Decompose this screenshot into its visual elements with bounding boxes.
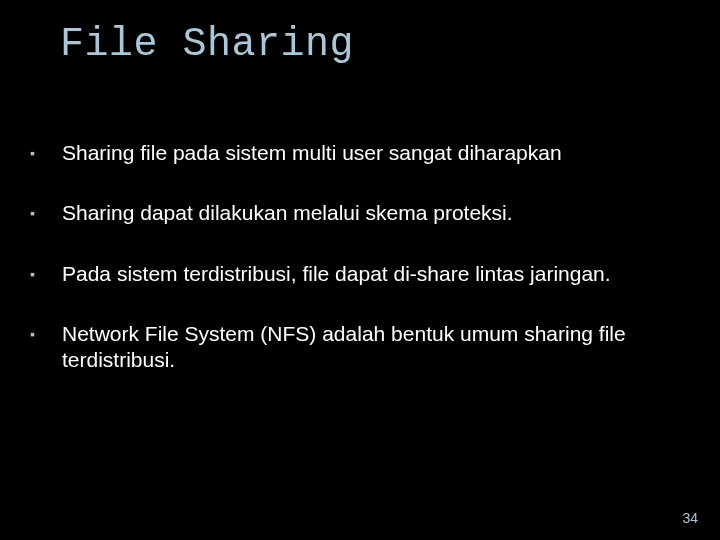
bullet-text: Sharing dapat dilakukan melalui skema pr… bbox=[62, 200, 513, 226]
list-item: ▪ Sharing dapat dilakukan melalui skema … bbox=[30, 200, 680, 226]
slide-title: File Sharing bbox=[60, 22, 354, 67]
bullet-text: Network File System (NFS) adalah bentuk … bbox=[62, 321, 680, 374]
slide-body: ▪ Sharing file pada sistem multi user sa… bbox=[30, 140, 680, 407]
page-number: 34 bbox=[682, 510, 698, 526]
list-item: ▪ Pada sistem terdistribusi, file dapat … bbox=[30, 261, 680, 287]
bullet-marker-icon: ▪ bbox=[30, 205, 44, 223]
bullet-marker-icon: ▪ bbox=[30, 326, 44, 344]
slide: File Sharing ▪ Sharing file pada sistem … bbox=[0, 0, 720, 540]
bullet-marker-icon: ▪ bbox=[30, 145, 44, 163]
bullet-text: Sharing file pada sistem multi user sang… bbox=[62, 140, 562, 166]
list-item: ▪ Sharing file pada sistem multi user sa… bbox=[30, 140, 680, 166]
bullet-text: Pada sistem terdistribusi, file dapat di… bbox=[62, 261, 611, 287]
bullet-marker-icon: ▪ bbox=[30, 266, 44, 284]
list-item: ▪ Network File System (NFS) adalah bentu… bbox=[30, 321, 680, 374]
